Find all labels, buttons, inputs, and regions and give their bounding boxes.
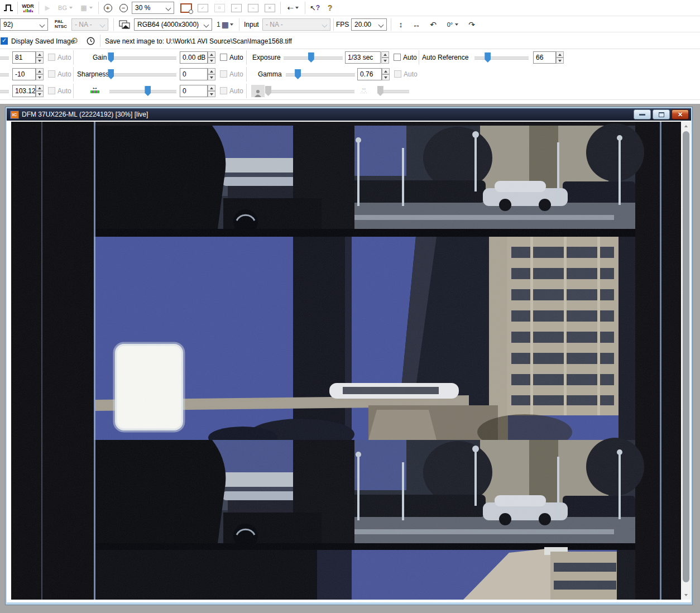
rotate-cw-button[interactable]: ↷ [465,18,478,31]
chevron-down-icon [166,6,171,11]
app-root: WDR ▶ BG ▦ + − 30 % ✓ ⌑ [0,0,700,613]
timer-button[interactable] [84,34,97,47]
saturation-person-icon [251,85,265,97]
gain-auto-label: Auto [229,54,243,61]
save-settings-button[interactable]: ⚙ [68,34,81,47]
contrast-spinner[interactable] [36,68,44,80]
live-image[interactable] [11,122,681,600]
display-saved-checkbox[interactable] [1,37,8,45]
brightness-auto-label: Auto [57,54,71,61]
gain-label: Gain [93,54,107,61]
gear-icon: ⚙ [71,36,78,46]
sharpness-slider[interactable] [109,73,176,76]
restore-button[interactable] [653,109,670,119]
toolbar-main: WDR ▶ BG ▦ + − 30 % ✓ ⌑ [0,0,700,16]
display-saved-label: Display Saved Image [11,37,74,45]
prop-row-3: 103.12 Auto ↔ 0 Auto ↔ ∴∴ [0,83,700,100]
flip-horizontal-button[interactable]: ↔ [410,18,423,31]
sequence-dropdown[interactable]: ⇠ [284,1,303,15]
save-path-text: Save next image to: U:\Work\1 AVI Source… [105,37,292,45]
white-balance-icon: ↔ [90,84,99,93]
brightness-value-box[interactable]: 81 [12,51,36,64]
saturation-slider-thumb [265,86,271,96]
zoom-level-combo[interactable]: 30 % [132,2,174,14]
flip-vertical-button[interactable]: ↕ [394,18,407,31]
gamma-slider-thumb[interactable] [295,69,301,79]
gain-slider[interactable] [109,56,176,60]
roi-center-button: ⌑ [212,1,227,15]
wb-temp-value-box[interactable]: 103.12 [12,85,36,97]
white-balance-auto-checkbox [220,87,227,94]
exposure-auto-checkbox[interactable] [394,54,401,61]
white-balance-spinner[interactable] [208,85,215,97]
wdr-histogram-icon [23,9,33,12]
binning-grid-icon: ▦ [222,20,229,29]
layout-grid-dropdown: ▦ [76,1,97,15]
white-balance-slider-thumb[interactable] [145,86,151,96]
contrast-slider [0,73,9,76]
wb-temp-spinner[interactable] [36,85,44,97]
exposure-value-box[interactable]: 1/33 sec [345,51,381,64]
autoref-label: Auto Reference [422,54,468,61]
autoref-slider-thumb[interactable] [485,52,491,63]
binning-dropdown[interactable]: 1 ▦ [213,18,237,31]
input-combo: - NA - [262,18,330,31]
vertical-scrollbar[interactable] [682,122,691,600]
zoom-in-button[interactable]: + [100,1,115,15]
sharpness-spinner[interactable] [208,68,215,80]
autoref-spinner[interactable] [556,51,564,64]
wb-temp-auto-label: Auto [57,87,71,95]
wb-temp-auto-checkbox [48,87,55,94]
gain-slider-thumb[interactable] [108,52,114,63]
wdr-icon[interactable]: WDR [20,1,36,15]
contrast-value-box[interactable]: -10 [12,68,36,80]
autoref-value-box[interactable]: 66 [533,51,556,64]
white-balance-slider[interactable] [109,90,176,93]
app-window-icon: IC [10,111,19,119]
gamma-spinner[interactable] [382,68,390,80]
gamma-value-box[interactable]: 0.76 [357,68,382,80]
toolbar-device: 92) PALNTSC - NA - RGB64 (4000x3000) 1 ▦… [0,16,700,32]
zoom-out-button[interactable]: − [116,1,131,15]
brightness-spinner[interactable] [36,51,44,64]
fps-combo[interactable]: 20.00 [351,18,387,31]
close-button[interactable]: ✕ [672,109,689,119]
gain-spinner[interactable] [208,51,215,64]
gamma-auto-checkbox [394,70,401,78]
exposure-slider[interactable] [284,56,343,60]
contrast-auto-checkbox [48,70,55,78]
video-format-combo[interactable]: RGB64 (4000x3000) [134,18,212,31]
gamma-auto-label: Auto [404,70,418,78]
roi-apply-button: ✓ [195,1,210,15]
video-norm-combo: - NA - [71,18,108,31]
sharpness-value-box[interactable]: 0 [180,68,208,80]
context-help-button[interactable]: ↖? [307,1,323,15]
denoise-slider-thumb [377,86,383,96]
device-combo[interactable]: 92) [0,18,48,31]
sharpness-auto-checkbox [220,70,227,78]
prop-row-1: 81 Auto Gain 0.00 dB Auto Exposure 1/33 … [0,49,700,66]
exposure-slider-thumb[interactable] [308,52,314,63]
rotate-ccw-button[interactable]: ↶ [426,18,440,31]
roi-zoom-button[interactable] [179,1,193,15]
white-balance-value-box[interactable]: 0 [180,85,208,97]
autoref-slider[interactable] [474,56,529,60]
window-titlebar[interactable]: IC DFM 37UX226-ML (22224192) [30%] [live… [7,108,691,121]
scroll-up-arrow[interactable] [682,122,691,131]
minimize-button[interactable] [634,109,651,119]
gamma-slider[interactable] [286,73,355,76]
trigger-icon[interactable] [1,1,16,15]
denoise-icon: ↔ ∴∴ [361,85,367,95]
sharpness-auto-label: Auto [229,70,243,78]
help-button[interactable]: ? [324,1,336,15]
scroll-down-arrow[interactable] [682,591,691,600]
exposure-spinner[interactable] [381,51,389,64]
exposure-label: Exposure [252,54,281,61]
rotation-dropdown[interactable]: 0° [443,18,463,31]
prop-row-2: -10 Auto Sharpness 0 Auto Gamma 0.76 Aut… [0,66,700,83]
toolbar-save: Display Saved Image ⚙ Save next image to… [0,33,700,49]
hue-slider [0,90,9,93]
gain-auto-checkbox[interactable] [220,54,227,61]
gain-value-box[interactable]: 0.00 dB [180,51,208,64]
scrollbar-thumb[interactable] [683,131,689,582]
